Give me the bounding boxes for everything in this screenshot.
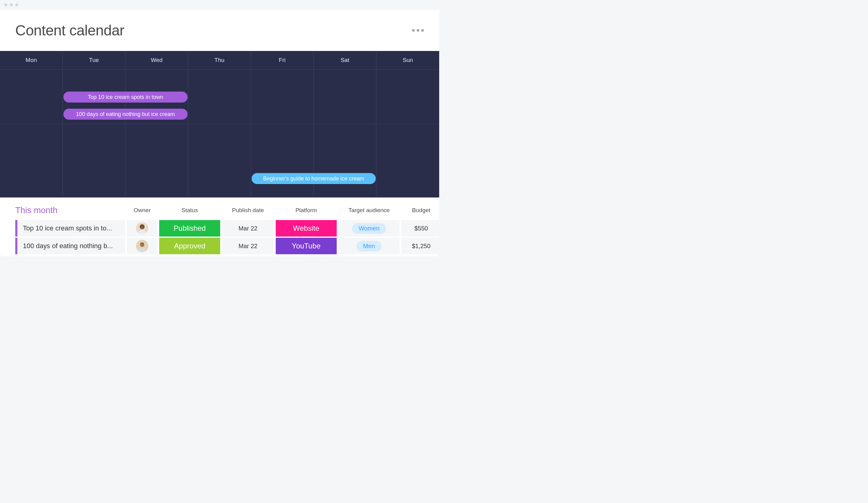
calendar-week-row — [0, 124, 439, 161]
publish-date-cell[interactable]: Mar 22 — [222, 220, 274, 237]
item-name-cell[interactable]: Top 10 ice cream spots in to... — [15, 220, 125, 237]
item-name: 100 days of eating nothing b... — [23, 242, 113, 250]
status-label: Published — [174, 224, 206, 233]
column-header-publish-date[interactable]: Publish date — [222, 207, 274, 214]
day-header: Wed — [125, 51, 188, 69]
calendar-cell[interactable] — [314, 87, 377, 124]
item-name-cell[interactable]: 100 days of eating nothing b... — [15, 238, 125, 254]
calendar-event[interactable]: 100 days of eating nothing but ice cream — [63, 109, 188, 120]
calendar-cell[interactable] — [63, 124, 126, 161]
calendar-event[interactable]: Beginner's guide to homemade ice cream — [251, 173, 376, 184]
column-header-platform[interactable]: Platform — [276, 207, 337, 214]
calendar-cell[interactable] — [188, 87, 251, 124]
audience-cell[interactable]: Women — [339, 220, 400, 237]
calendar-cell[interactable] — [125, 161, 188, 198]
page-title: Content calendar — [15, 22, 124, 39]
platform-cell[interactable]: YouTube — [276, 238, 337, 254]
table-section: This month Owner Status Publish date Pla… — [0, 198, 439, 255]
calendar-week-row — [0, 69, 439, 87]
day-header: Mon — [0, 51, 63, 69]
avatar-icon — [136, 222, 148, 234]
publish-date: Mar 22 — [238, 243, 257, 250]
column-header-audience[interactable]: Target audience — [339, 207, 400, 214]
column-header-status[interactable]: Status — [159, 207, 220, 214]
avatar — [136, 222, 148, 234]
calendar-cell[interactable] — [376, 161, 439, 198]
traffic-light-zoom[interactable] — [15, 3, 18, 7]
group-title[interactable]: This month — [15, 205, 125, 215]
budget-cell[interactable]: $1,250 — [401, 238, 439, 254]
column-header-budget[interactable]: Budget — [401, 207, 439, 214]
calendar-cell[interactable] — [188, 70, 251, 87]
calendar-cell[interactable] — [376, 87, 439, 124]
day-header: Fri — [251, 51, 314, 69]
budget-cell[interactable]: $550 — [401, 220, 439, 237]
event-title: Beginner's guide to homemade ice cream — [263, 175, 364, 182]
publish-date: Mar 22 — [238, 225, 257, 232]
calendar-cell[interactable] — [314, 70, 377, 87]
item-name: Top 10 ice cream spots in to... — [23, 224, 112, 232]
calendar-cell[interactable] — [251, 124, 314, 161]
platform-cell[interactable]: Website — [276, 220, 337, 237]
calendar-cell[interactable] — [0, 87, 63, 124]
day-header: Sun — [376, 51, 439, 69]
owner-cell[interactable] — [127, 238, 157, 254]
column-header-owner[interactable]: Owner — [127, 207, 157, 214]
calendar-cell[interactable] — [125, 124, 188, 161]
header: Content calendar — [0, 10, 439, 51]
calendar-cell[interactable] — [251, 70, 314, 87]
calendar: Mon Tue Wed Thu Fri Sat Sun — [0, 51, 439, 198]
calendar-cell[interactable] — [0, 124, 63, 161]
day-header: Sat — [314, 51, 377, 69]
calendar-cell[interactable] — [376, 70, 439, 87]
calendar-cell[interactable] — [0, 70, 63, 87]
status-cell[interactable]: Approved — [159, 238, 220, 254]
calendar-header-row: Mon Tue Wed Thu Fri Sat Sun — [0, 51, 439, 69]
ellipsis-icon — [417, 29, 419, 32]
table-row[interactable]: Top 10 ice cream spots in to... Publishe… — [15, 220, 424, 237]
audience-pill: Women — [352, 223, 386, 234]
audience-pill: Men — [356, 241, 382, 252]
svg-point-4 — [140, 243, 144, 247]
budget-value: $550 — [414, 225, 428, 232]
app: Content calendar Mon Tue Wed Thu Fri Sat… — [0, 10, 439, 256]
status-cell[interactable]: Published — [159, 220, 220, 237]
calendar-cell[interactable] — [251, 87, 314, 124]
calendar-cell[interactable] — [63, 70, 126, 87]
status-label: Approved — [174, 242, 206, 250]
event-title: 100 days of eating nothing but ice cream — [76, 111, 175, 118]
avatar — [136, 240, 148, 252]
platform-label: Website — [293, 224, 319, 233]
owner-cell[interactable] — [127, 220, 157, 237]
event-title: Top 10 ice cream spots in town — [88, 94, 163, 100]
more-options-button[interactable] — [412, 29, 424, 32]
ellipsis-icon — [412, 29, 415, 32]
table-header-row: This month Owner Status Publish date Pla… — [15, 205, 424, 215]
avatar-icon — [136, 240, 148, 252]
calendar-event[interactable]: Top 10 ice cream spots in town — [63, 92, 188, 102]
budget-value: $1,250 — [412, 243, 430, 250]
calendar-cell[interactable] — [188, 161, 251, 198]
platform-label: YouTube — [292, 242, 321, 250]
calendar-cell[interactable] — [125, 70, 188, 87]
calendar-cell[interactable] — [314, 124, 377, 161]
calendar-cell[interactable] — [0, 161, 63, 198]
window-chrome — [0, 0, 439, 10]
ellipsis-icon — [421, 29, 424, 32]
calendar-cell[interactable] — [188, 124, 251, 161]
svg-point-2 — [141, 226, 144, 229]
calendar-cell[interactable] — [376, 124, 439, 161]
calendar-cell[interactable] — [63, 161, 126, 198]
day-header: Tue — [63, 51, 126, 69]
publish-date-cell[interactable]: Mar 22 — [222, 238, 274, 254]
audience-cell[interactable]: Men — [339, 238, 400, 254]
traffic-light-minimize[interactable] — [10, 3, 13, 7]
day-header: Thu — [188, 51, 251, 69]
table-row[interactable]: 100 days of eating nothing b... Approved… — [15, 238, 424, 254]
traffic-light-close[interactable] — [4, 3, 7, 7]
